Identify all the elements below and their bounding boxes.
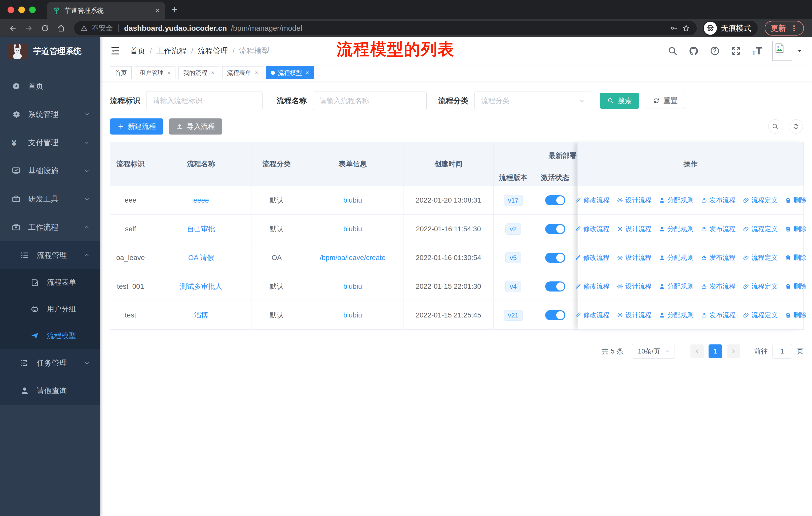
form-info-link[interactable]: biubiu xyxy=(343,196,362,204)
app-logo[interactable]: 芋道管理系统 xyxy=(0,37,100,65)
action-分配规则[interactable]: 分配规则 xyxy=(659,253,694,262)
create-process-button[interactable]: 新建流程 xyxy=(110,118,163,135)
action-发布流程[interactable]: 发布流程 xyxy=(701,196,736,205)
tag-我的流程[interactable]: 我的流程× xyxy=(178,66,219,79)
action-删除[interactable]: 删除 xyxy=(785,311,807,320)
prev-page-button[interactable] xyxy=(690,345,704,358)
password-key-icon[interactable] xyxy=(670,24,678,32)
import-process-button[interactable]: 导入流程 xyxy=(169,118,222,135)
sidebar-item-请假查询[interactable]: 请假查询 xyxy=(0,377,100,405)
sidebar-item-用户分组[interactable]: 用户分组 xyxy=(0,296,100,323)
active-toggle[interactable] xyxy=(545,224,565,234)
process-name-link[interactable]: eeee xyxy=(193,196,209,204)
process-name-link[interactable]: 滔博 xyxy=(194,310,208,320)
breadcrumb-item-流程管理[interactable]: 流程管理 xyxy=(198,46,228,56)
reload-button[interactable] xyxy=(38,21,52,35)
action-发布流程[interactable]: 发布流程 xyxy=(701,282,736,291)
form-info-link[interactable]: biubiu xyxy=(343,225,362,233)
tag-首页[interactable]: 首页 xyxy=(110,66,132,79)
active-toggle[interactable] xyxy=(545,253,565,263)
tag-流程模型[interactable]: 流程模型× xyxy=(266,66,314,79)
zoom-window-button[interactable] xyxy=(29,6,36,13)
page-size-select[interactable]: 10条/页 xyxy=(632,344,675,358)
sidebar-item-基础设施[interactable]: 基础设施 xyxy=(0,157,100,185)
active-toggle[interactable] xyxy=(545,281,565,292)
active-toggle[interactable] xyxy=(545,310,565,320)
action-修改流程[interactable]: 修改流程 xyxy=(575,282,610,291)
security-label[interactable]: 不安全 xyxy=(92,23,113,33)
sidebar-item-流程管理[interactable]: 流程管理 xyxy=(0,241,100,269)
address-bar[interactable]: 不安全 dashboard.yudao.iocoder.cn /bpm/mana… xyxy=(74,21,697,35)
action-流程定义[interactable]: 流程定义 xyxy=(743,224,778,233)
action-修改流程[interactable]: 修改流程 xyxy=(575,196,610,205)
breadcrumb-item-工作流程[interactable]: 工作流程 xyxy=(156,46,186,56)
process-name-link[interactable]: 自己审批 xyxy=(187,224,215,234)
action-分配规则[interactable]: 分配规则 xyxy=(659,282,694,291)
browser-tab[interactable]: 芋道管理系统 × xyxy=(47,2,165,19)
reset-button[interactable]: 重置 xyxy=(646,93,685,109)
action-发布流程[interactable]: 发布流程 xyxy=(701,253,736,262)
home-button[interactable] xyxy=(54,21,68,35)
new-tab-button[interactable]: + xyxy=(172,4,177,15)
close-tag-icon[interactable]: × xyxy=(211,69,214,76)
sidebar-item-支付管理[interactable]: ¥支付管理 xyxy=(0,129,100,157)
next-page-button[interactable] xyxy=(727,345,740,358)
action-删除[interactable]: 删除 xyxy=(785,282,807,291)
form-info-link[interactable]: /bpm/oa/leave/create xyxy=(320,254,386,262)
collapse-sidebar-icon[interactable] xyxy=(110,46,121,56)
close-tag-icon[interactable]: × xyxy=(306,69,309,76)
back-button[interactable] xyxy=(6,21,20,35)
filter-input-流程名称[interactable]: 请输入流程名称 xyxy=(313,91,427,110)
action-删除[interactable]: 删除 xyxy=(785,253,807,262)
process-name-link[interactable]: OA 请假 xyxy=(188,253,214,263)
action-修改流程[interactable]: 修改流程 xyxy=(575,311,610,320)
action-流程定义[interactable]: 流程定义 xyxy=(743,282,778,291)
sidebar-item-任务管理[interactable]: 任务管理 xyxy=(0,349,100,377)
action-分配规则[interactable]: 分配规则 xyxy=(659,311,694,320)
action-设计流程[interactable]: 设计流程 xyxy=(617,196,652,205)
action-设计流程[interactable]: 设计流程 xyxy=(617,311,652,320)
action-设计流程[interactable]: 设计流程 xyxy=(617,253,652,262)
refresh-table-icon-button[interactable] xyxy=(789,119,803,134)
action-设计流程[interactable]: 设计流程 xyxy=(617,282,652,291)
browser-menu-icon[interactable]: ⋮ xyxy=(790,24,798,33)
close-tag-icon[interactable]: × xyxy=(255,69,258,76)
avatar-caret-down-icon[interactable] xyxy=(796,48,803,54)
sidebar-item-流程模型[interactable]: 流程模型 xyxy=(0,323,100,349)
action-分配规则[interactable]: 分配规则 xyxy=(659,224,694,233)
action-发布流程[interactable]: 发布流程 xyxy=(701,224,736,233)
form-info-link[interactable]: biubiu xyxy=(343,282,362,291)
breadcrumb-item-首页[interactable]: 首页 xyxy=(130,46,145,56)
action-设计流程[interactable]: 设计流程 xyxy=(617,224,652,233)
fullscreen-icon[interactable] xyxy=(731,46,741,56)
search-icon[interactable] xyxy=(668,46,677,56)
minimize-window-button[interactable] xyxy=(18,6,25,13)
action-分配规则[interactable]: 分配规则 xyxy=(659,196,694,205)
active-toggle[interactable] xyxy=(545,195,565,205)
sidebar-item-系统管理[interactable]: 系统管理 xyxy=(0,100,100,129)
sidebar-item-流程表单[interactable]: 流程表单 xyxy=(0,269,100,296)
update-button[interactable]: 更新 ⋮ xyxy=(765,21,804,35)
action-删除[interactable]: 删除 xyxy=(785,196,807,205)
action-修改流程[interactable]: 修改流程 xyxy=(575,224,610,233)
sidebar-item-首页[interactable]: 首页 xyxy=(0,72,100,100)
action-流程定义[interactable]: 流程定义 xyxy=(743,253,778,262)
tag-流程表单[interactable]: 流程表单× xyxy=(222,66,263,79)
help-icon[interactable] xyxy=(710,46,720,56)
forward-button[interactable] xyxy=(22,21,36,35)
form-info-link[interactable]: biubiu xyxy=(343,311,362,319)
avatar[interactable] xyxy=(772,41,792,61)
filter-select-流程分类[interactable]: 流程分类 xyxy=(474,91,592,110)
filter-input-流程标识[interactable]: 请输入流程标识 xyxy=(146,91,263,110)
sidebar-item-工作流程[interactable]: 工作流程 xyxy=(0,213,100,241)
github-icon[interactable] xyxy=(689,46,699,56)
search-button[interactable]: 搜索 xyxy=(600,93,639,109)
close-tab-icon[interactable]: × xyxy=(155,7,160,15)
tag-租户管理[interactable]: 租户管理× xyxy=(135,66,175,79)
action-删除[interactable]: 删除 xyxy=(785,224,807,233)
show-search-icon-button[interactable] xyxy=(768,119,782,134)
action-流程定义[interactable]: 流程定义 xyxy=(743,196,778,205)
close-window-button[interactable] xyxy=(7,6,14,13)
sidebar-item-研发工具[interactable]: 研发工具 xyxy=(0,185,100,213)
action-发布流程[interactable]: 发布流程 xyxy=(701,311,736,320)
